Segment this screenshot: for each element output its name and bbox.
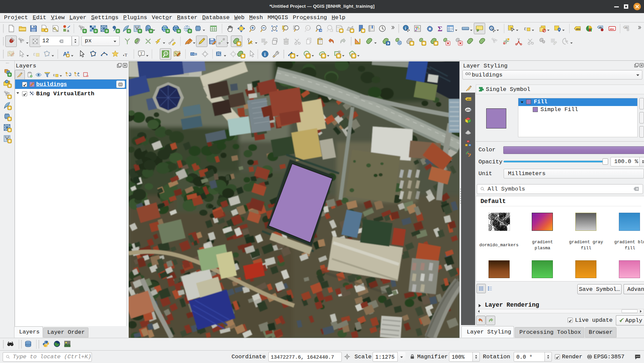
svg-text:Σ: Σ (438, 24, 442, 33)
svg-text:abc: abc (576, 28, 581, 31)
svg-text:abc: abc (466, 108, 471, 111)
svg-text:ε: ε (524, 25, 526, 31)
svg-text:ab: ab (599, 26, 602, 29)
svg-text:1:1: 1:1 (307, 27, 311, 30)
svg-text:ε: ε (53, 72, 55, 77)
svg-text:abc: abc (467, 98, 471, 101)
svg-text:T: T (140, 51, 143, 55)
svg-text:abc: abc (610, 28, 615, 31)
svg-text:ε: ε (33, 51, 36, 57)
svg-text:ab: ab (625, 26, 628, 29)
svg-text:i: i (264, 52, 266, 57)
svg-text:T: T (125, 52, 127, 57)
svg-text:a: a (67, 29, 69, 33)
